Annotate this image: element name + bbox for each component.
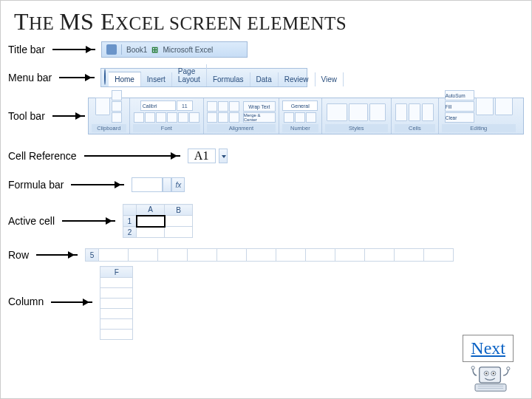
- label-formulabar: Formula bar: [8, 179, 64, 191]
- title-seg-rest: XCEL SCREEN ELEMENTS: [115, 13, 347, 33]
- tab-home[interactable]: Home: [109, 72, 141, 86]
- align-left-button[interactable]: [207, 112, 217, 123]
- conditional-formatting-button[interactable]: [327, 103, 347, 121]
- row-cell[interactable]: [424, 249, 454, 262]
- cut-button[interactable]: [112, 90, 122, 100]
- col-cell[interactable]: [100, 309, 133, 319]
- row-column: Column F: [8, 282, 531, 340]
- paste-button[interactable]: [95, 98, 110, 115]
- row-cell[interactable]: [99, 249, 129, 262]
- col-cell[interactable]: [100, 288, 133, 299]
- svg-rect-5: [475, 384, 506, 392]
- cell-b2[interactable]: [165, 227, 193, 238]
- col-cell[interactable]: [100, 299, 133, 309]
- row-cell[interactable]: [158, 249, 188, 262]
- sort-filter-button[interactable]: [476, 98, 494, 115]
- border-button[interactable]: [167, 112, 177, 123]
- autosum-button[interactable]: AutoSum: [445, 90, 474, 100]
- tab-pagelayout[interactable]: Page Layout: [172, 64, 207, 86]
- tab-review[interactable]: Review: [279, 72, 316, 86]
- cells-format-button[interactable]: [422, 103, 434, 121]
- ribbon-group-styles: Styles: [322, 98, 392, 134]
- align-middle-button[interactable]: [218, 101, 228, 112]
- label-menubar: Menu bar: [8, 72, 52, 83]
- arrow-icon: [62, 220, 115, 222]
- ribbon-group-label: Clipboard: [92, 124, 126, 132]
- row-header-1[interactable]: 1: [123, 216, 137, 227]
- align-right-button[interactable]: [229, 112, 239, 123]
- row-header-2[interactable]: 2: [123, 227, 137, 238]
- tab-data[interactable]: Data: [250, 72, 279, 86]
- row-cell[interactable]: [129, 249, 158, 262]
- next-link[interactable]: Next: [463, 335, 514, 362]
- cells-insert-button[interactable]: [395, 103, 407, 121]
- cell-b1[interactable]: [165, 216, 193, 227]
- row-cell[interactable]: [335, 249, 365, 262]
- percent-button[interactable]: [295, 112, 305, 123]
- svg-point-3: [485, 372, 487, 374]
- title-cap-ms: MS E: [59, 8, 115, 35]
- row-menubar: Menu bar Home Insert Page Layout Formula…: [8, 68, 531, 87]
- row-cell[interactable]: [217, 249, 247, 262]
- label-column: Column: [8, 296, 44, 307]
- select-all-corner[interactable]: [123, 205, 137, 216]
- align-bottom-button[interactable]: [229, 101, 239, 112]
- fx-icon[interactable]: fx: [171, 177, 185, 192]
- font-color-button[interactable]: [189, 112, 200, 123]
- row-header-5[interactable]: 5: [86, 249, 99, 262]
- clear-button[interactable]: Clear: [445, 112, 474, 123]
- row-cell[interactable]: [365, 249, 395, 262]
- font-name-combo[interactable]: Calibri: [140, 100, 176, 111]
- align-top-button[interactable]: [207, 101, 217, 112]
- tab-insert[interactable]: Insert: [141, 72, 172, 86]
- office-orb-icon[interactable]: [104, 69, 106, 85]
- row-cell[interactable]: [188, 249, 217, 262]
- fill-color-button[interactable]: [178, 112, 188, 123]
- name-box-dd-icon[interactable]: [163, 177, 171, 192]
- row-cell[interactable]: [247, 249, 276, 262]
- row-cell[interactable]: [395, 249, 424, 262]
- col-header-b[interactable]: B: [165, 205, 193, 216]
- row-cell[interactable]: [306, 249, 335, 262]
- excel-ribbon: Clipboard Calibri11 Font Wrap TextMerge …: [88, 98, 524, 134]
- ribbon-group-cells: Cells: [392, 98, 439, 134]
- tab-formulas[interactable]: Formulas: [207, 72, 250, 86]
- row-formulabar: Formula bar fx: [8, 176, 531, 194]
- copy-button[interactable]: [112, 101, 122, 112]
- underline-button[interactable]: [156, 112, 166, 123]
- col-header-f[interactable]: F: [100, 267, 133, 278]
- find-select-button[interactable]: [495, 98, 513, 115]
- titlebar-app: Microsoft Excel: [163, 46, 213, 54]
- col-cell[interactable]: [100, 319, 133, 330]
- cell-a1-active[interactable]: [137, 216, 165, 227]
- tab-view[interactable]: View: [316, 72, 344, 86]
- number-format-combo[interactable]: General: [282, 100, 318, 111]
- col-cell[interactable]: [100, 330, 133, 340]
- label-toolbar: Tool bar: [8, 110, 45, 122]
- row-cell[interactable]: [276, 249, 306, 262]
- name-box[interactable]: A1: [188, 149, 216, 163]
- bold-button[interactable]: [134, 112, 144, 123]
- column-demo-grid: F: [100, 266, 133, 340]
- cell-a2[interactable]: [137, 227, 165, 238]
- currency-button[interactable]: [284, 112, 294, 123]
- align-center-button[interactable]: [218, 112, 228, 123]
- col-cell[interactable]: [100, 278, 133, 288]
- titlebar-doc: Book1: [126, 46, 147, 54]
- italic-button[interactable]: [145, 112, 155, 123]
- cell-styles-button[interactable]: [369, 103, 386, 121]
- svg-point-9: [507, 367, 510, 370]
- col-header-a[interactable]: A: [137, 205, 165, 216]
- comma-button[interactable]: [306, 112, 316, 123]
- name-box-small[interactable]: [132, 177, 163, 192]
- wrap-text-button[interactable]: Wrap Text: [243, 101, 276, 112]
- font-size-combo[interactable]: 11: [177, 100, 193, 111]
- name-box-dropdown-icon[interactable]: [219, 149, 228, 163]
- format-painter-button[interactable]: [112, 112, 122, 123]
- mascot-icon: [469, 364, 512, 395]
- ribbon-group-number: General Number: [279, 98, 322, 134]
- fill-button[interactable]: Fill: [445, 101, 474, 112]
- merge-center-button[interactable]: Merge & Center: [243, 112, 276, 123]
- cells-delete-button[interactable]: [409, 103, 420, 121]
- format-as-table-button[interactable]: [349, 103, 368, 121]
